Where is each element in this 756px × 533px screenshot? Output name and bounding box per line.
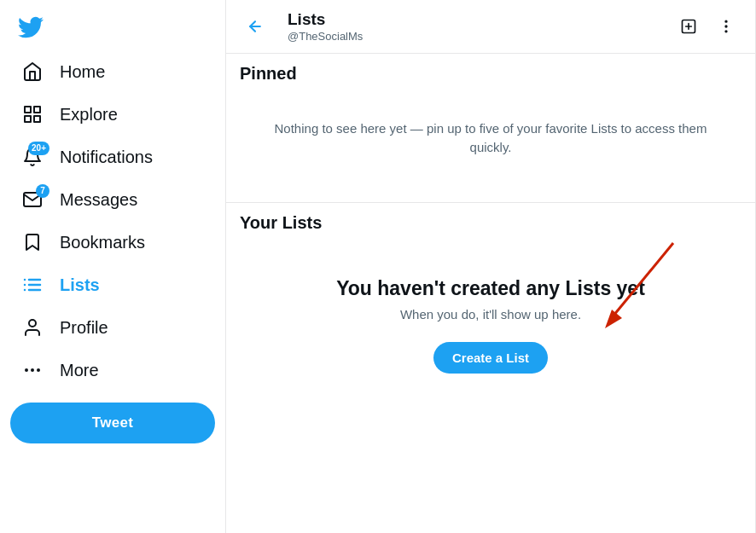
sidebar-item-messages[interactable]: 7 Messages	[10, 179, 215, 220]
svg-rect-2	[34, 116, 40, 122]
svg-point-10	[29, 320, 36, 327]
sidebar-item-lists[interactable]: Lists	[10, 264, 215, 305]
person-icon	[20, 316, 44, 339]
lists-header: Lists @TheSocialMs	[226, 0, 755, 54]
more-options-button[interactable]	[711, 11, 741, 42]
sidebar: Home Explore 20+ Notifications 7 Message…	[0, 0, 226, 533]
your-lists-section: Your Lists You haven't created any Lists…	[226, 203, 755, 533]
your-lists-content: You haven't created any Lists yet When y…	[240, 243, 741, 399]
list-icon	[20, 273, 44, 297]
home-icon	[20, 60, 44, 84]
header-title-block: Lists @TheSocialMs	[288, 10, 673, 43]
page-subtitle: @TheSocialMs	[288, 30, 673, 43]
tweet-button[interactable]: Tweet	[10, 403, 215, 443]
svg-rect-1	[34, 107, 40, 113]
sidebar-item-notifications[interactable]: 20+ Notifications	[10, 136, 215, 177]
sidebar-item-more[interactable]: More	[10, 350, 215, 391]
more-icon	[20, 358, 44, 382]
sidebar-item-explore-label: Explore	[60, 105, 118, 125]
twitter-logo[interactable]	[10, 7, 51, 48]
new-list-button[interactable]	[673, 11, 704, 42]
main-content: Lists @TheSocialMs Pinned Nothing to see…	[226, 0, 756, 533]
sidebar-item-more-label: More	[60, 361, 99, 380]
notifications-badge: 20+	[28, 142, 49, 155]
sidebar-item-home[interactable]: Home	[10, 51, 215, 92]
page-title: Lists	[288, 10, 673, 30]
create-list-button[interactable]: Create a List	[433, 342, 548, 374]
svg-point-20	[725, 31, 727, 32]
svg-rect-3	[25, 116, 31, 122]
pinned-section-title: Pinned	[240, 64, 741, 84]
bookmark-icon	[20, 230, 44, 254]
svg-marker-22	[605, 310, 622, 328]
svg-rect-0	[25, 107, 31, 113]
header-actions	[673, 11, 741, 42]
sidebar-item-profile[interactable]: Profile	[10, 307, 215, 348]
bell-icon: 20+	[20, 145, 44, 169]
sidebar-item-bookmarks[interactable]: Bookmarks	[10, 222, 215, 263]
pinned-empty-message: Nothing to see here yet — pin up to five…	[240, 94, 741, 192]
sidebar-item-messages-label: Messages	[60, 190, 137, 210]
sidebar-item-notifications-label: Notifications	[60, 148, 153, 167]
messages-badge: 7	[36, 184, 49, 198]
svg-point-18	[725, 20, 727, 22]
empty-lists-subtitle: When you do, it'll show up here.	[400, 307, 581, 322]
explore-icon	[20, 102, 44, 126]
empty-lists-title: You haven't created any Lists yet	[336, 277, 645, 300]
svg-point-13	[26, 369, 27, 371]
sidebar-item-profile-label: Profile	[60, 318, 108, 338]
sidebar-item-explore[interactable]: Explore	[10, 94, 215, 135]
sidebar-item-home-label: Home	[60, 62, 105, 82]
sidebar-item-lists-label: Lists	[60, 275, 100, 295]
svg-point-19	[725, 26, 727, 27]
sidebar-item-bookmarks-label: Bookmarks	[60, 233, 145, 252]
svg-point-12	[38, 369, 39, 371]
back-button[interactable]	[240, 11, 270, 42]
svg-point-11	[32, 369, 33, 371]
your-lists-title: Your Lists	[240, 213, 741, 233]
mail-icon: 7	[20, 188, 44, 211]
pinned-section: Pinned Nothing to see here yet — pin up …	[226, 54, 755, 203]
